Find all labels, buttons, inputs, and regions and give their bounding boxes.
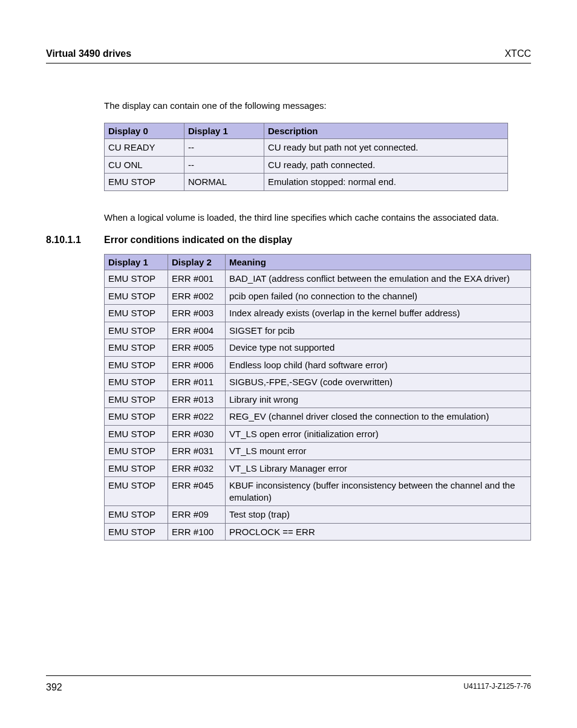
t2-cell: VT_LS Library Manager error: [226, 460, 531, 477]
table-row: EMU STOPERR #032VT_LS Library Manager er…: [105, 460, 531, 477]
t2-cell: PROCLOCK == ERR: [226, 523, 531, 541]
table-row: EMU STOPERR #09Test stop (trap): [105, 506, 531, 524]
page: Virtual 3490 drives XTCC The display can…: [0, 0, 577, 541]
t1-cell: EMU STOP: [105, 174, 184, 191]
table-row: EMU STOPERR #004SIGSET for pcib: [105, 322, 531, 339]
t2-cell: SIGSET for pcib: [226, 322, 531, 339]
t2-cell: EMU STOP: [105, 477, 168, 506]
t1-cell: CU ONL: [105, 156, 184, 174]
t2-cell: ERR #003: [168, 305, 226, 322]
t2-cell: EMU STOP: [105, 356, 168, 374]
table-row: CU ONL--CU ready, path connected.: [105, 156, 508, 174]
t1-cell: CU ready, path connected.: [264, 156, 508, 174]
t2-cell: EMU STOP: [105, 339, 168, 357]
section-number: 8.10.1.1: [46, 235, 104, 245]
t2-cell: EMU STOP: [105, 374, 168, 391]
table-row: EMU STOPERR #031VT_LS mount error: [105, 443, 531, 460]
t1-cell: CU READY: [105, 139, 184, 157]
table-row: EMU STOPERR #022REG_EV (channel driver c…: [105, 408, 531, 426]
header-left: Virtual 3490 drives: [46, 48, 131, 59]
t2-cell: VT_LS mount error: [226, 443, 531, 460]
table-row: EMU STOPERR #001BAD_IAT (address conflic…: [105, 270, 531, 288]
t2-cell: Test stop (trap): [226, 506, 531, 524]
t2-h1: Display 2: [168, 255, 226, 270]
t2-cell: EMU STOP: [105, 443, 168, 460]
header-right: XTCC: [504, 48, 531, 59]
t2-cell: BAD_IAT (address conflict between the em…: [226, 270, 531, 288]
t1-cell: CU ready but path not yet connected.: [264, 139, 508, 157]
t2-cell: ERR #004: [168, 322, 226, 339]
t1-cell: --: [184, 156, 264, 174]
t1-cell: NORMAL: [184, 174, 264, 191]
t2-cell: ERR #005: [168, 339, 226, 357]
t2-cell: ERR #001: [168, 270, 226, 288]
section-heading: 8.10.1.1 Error conditions indicated on t…: [46, 235, 531, 245]
t1-h0: Display 0: [105, 123, 184, 139]
t2-cell: ERR #011: [168, 374, 226, 391]
t2-cell: ERR #031: [168, 443, 226, 460]
t1-cell: --: [184, 139, 264, 157]
t2-cell: VT_LS open error (initialization error): [226, 425, 531, 443]
table-row: EMU STOPNORMALEmulation stopped: normal …: [105, 174, 508, 191]
table-row: CU READY--CU ready but path not yet conn…: [105, 139, 508, 157]
page-footer: 392 U41117-J-Z125-7-76: [46, 675, 531, 693]
section-title: Error conditions indicated on the displa…: [104, 235, 292, 245]
table-row: EMU STOPERR #030VT_LS open error (initia…: [105, 425, 531, 443]
t2-cell: EMU STOP: [105, 523, 168, 541]
t2-cell: EMU STOP: [105, 425, 168, 443]
t2-cell: ERR #013: [168, 391, 226, 408]
table-row: EMU STOPERR #013Library init wrong: [105, 391, 531, 408]
t2-cell: ERR #002: [168, 287, 226, 305]
middle-paragraph: When a logical volume is loaded, the thi…: [104, 212, 531, 224]
t2-cell: EMU STOP: [105, 270, 168, 288]
t2-cell: EMU STOP: [105, 322, 168, 339]
intro-paragraph: The display can contain one of the follo…: [104, 100, 531, 112]
t2-cell: ERR #032: [168, 460, 226, 477]
t2-cell: Endless loop child (hard software error): [226, 356, 531, 374]
t2-cell: EMU STOP: [105, 391, 168, 408]
t2-cell: ERR #022: [168, 408, 226, 426]
t2-cell: EMU STOP: [105, 506, 168, 524]
t2-cell: Library init wrong: [226, 391, 531, 408]
table-row: EMU STOPERR #002pcib open failed (no con…: [105, 287, 531, 305]
t2-cell: ERR #09: [168, 506, 226, 524]
t2-cell: ERR #030: [168, 425, 226, 443]
t2-cell: ERR #045: [168, 477, 226, 506]
table-row: EMU STOPERR #100PROCLOCK == ERR: [105, 523, 531, 541]
table-row: EMU STOPERR #006Endless loop child (hard…: [105, 356, 531, 374]
t1-cell: Emulation stopped: normal end.: [264, 174, 508, 191]
table-row: EMU STOPERR #003Index already exists (ov…: [105, 305, 531, 322]
error-conditions-table: Display 1 Display 2 Meaning EMU STOPERR …: [104, 254, 531, 541]
t1-h1: Display 1: [184, 123, 264, 139]
table-row: EMU STOPERR #045KBUF inconsistency (buff…: [105, 477, 531, 506]
t2-cell: SIGBUS,-FPE,-SEGV (code overwritten): [226, 374, 531, 391]
display-messages-table: Display 0 Display 1 Description CU READY…: [104, 123, 508, 191]
doc-id: U41117-J-Z125-7-76: [464, 682, 531, 693]
t2-cell: EMU STOP: [105, 460, 168, 477]
t2-cell: Index already exists (overlap in the ker…: [226, 305, 531, 322]
t2-cell: EMU STOP: [105, 305, 168, 322]
t2-h2: Meaning: [226, 255, 531, 270]
table-row: EMU STOPERR #011SIGBUS,-FPE,-SEGV (code …: [105, 374, 531, 391]
page-number: 392: [46, 682, 62, 693]
table-row: EMU STOPERR #005Device type not supporte…: [105, 339, 531, 357]
t2-cell: pcib open failed (no connection to the c…: [226, 287, 531, 305]
t2-cell: EMU STOP: [105, 287, 168, 305]
t2-cell: KBUF inconsistency (buffer inconsistency…: [226, 477, 531, 506]
t2-cell: ERR #006: [168, 356, 226, 374]
t1-h2: Description: [264, 123, 508, 139]
t2-cell: REG_EV (channel driver closed the connec…: [226, 408, 531, 426]
t2-cell: ERR #100: [168, 523, 226, 541]
t2-cell: EMU STOP: [105, 408, 168, 426]
t2-h0: Display 1: [105, 255, 168, 270]
t2-cell: Device type not supported: [226, 339, 531, 357]
page-header: Virtual 3490 drives XTCC: [46, 48, 531, 63]
